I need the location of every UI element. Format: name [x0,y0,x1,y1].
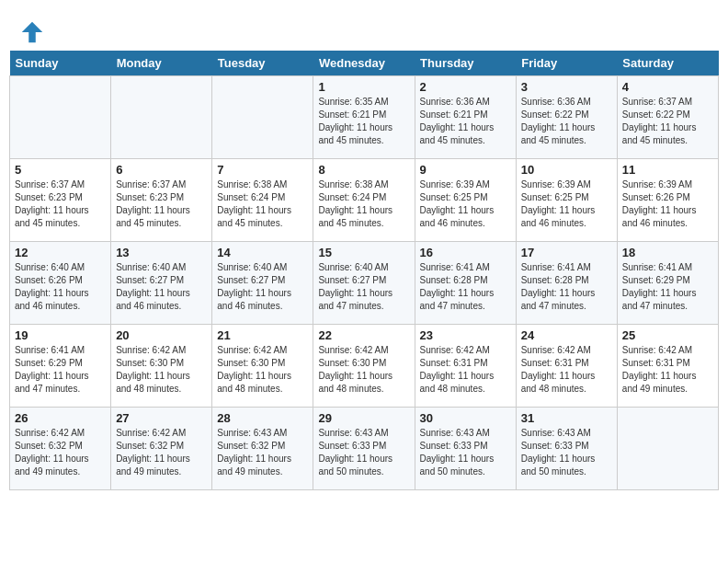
day-number: 18 [622,246,713,259]
day-number: 20 [116,328,207,342]
day-number: 28 [217,411,308,425]
calendar-week-row: 12Sunrise: 6:40 AM Sunset: 6:26 PM Dayli… [10,242,719,325]
weekday-header: Thursday [415,51,516,76]
day-info: Sunrise: 6:39 AM Sunset: 6:25 PM Dayligh… [521,178,612,230]
calendar-cell [617,408,718,490]
day-number: 25 [622,328,713,342]
calendar-cell: 5Sunrise: 6:37 AM Sunset: 6:23 PM Daylig… [10,159,111,242]
calendar-cell: 11Sunrise: 6:39 AM Sunset: 6:26 PM Dayli… [617,159,718,242]
calendar-cell: 25Sunrise: 6:42 AM Sunset: 6:31 PM Dayli… [617,325,718,408]
day-info: Sunrise: 6:42 AM Sunset: 6:30 PM Dayligh… [318,344,409,396]
day-number: 24 [521,328,612,342]
calendar-week-row: 1Sunrise: 6:35 AM Sunset: 6:21 PM Daylig… [10,76,719,159]
calendar-cell: 13Sunrise: 6:40 AM Sunset: 6:27 PM Dayli… [111,242,212,325]
calendar-cell: 14Sunrise: 6:40 AM Sunset: 6:27 PM Dayli… [212,242,313,325]
day-number: 13 [116,246,207,259]
weekday-header: Tuesday [212,51,313,76]
calendar-cell: 3Sunrise: 6:36 AM Sunset: 6:22 PM Daylig… [516,76,617,159]
calendar-cell: 6Sunrise: 6:37 AM Sunset: 6:23 PM Daylig… [111,159,212,242]
day-number: 16 [420,246,511,259]
day-info: Sunrise: 6:37 AM Sunset: 6:23 PM Dayligh… [116,178,207,230]
day-info: Sunrise: 6:42 AM Sunset: 6:31 PM Dayligh… [420,344,511,396]
page-header [9,9,719,51]
calendar-cell: 23Sunrise: 6:42 AM Sunset: 6:31 PM Dayli… [415,325,516,408]
day-info: Sunrise: 6:42 AM Sunset: 6:32 PM Dayligh… [116,427,207,478]
calendar-week-row: 5Sunrise: 6:37 AM Sunset: 6:23 PM Daylig… [10,159,719,242]
day-info: Sunrise: 6:42 AM Sunset: 6:30 PM Dayligh… [217,344,308,396]
svg-marker-0 [22,22,43,43]
day-number: 12 [15,246,106,259]
calendar-cell: 1Sunrise: 6:35 AM Sunset: 6:21 PM Daylig… [313,76,415,159]
day-number: 14 [217,246,308,259]
calendar-table: SundayMondayTuesdayWednesdayThursdayFrid… [9,51,719,490]
day-number: 15 [318,246,409,259]
calendar-cell: 30Sunrise: 6:43 AM Sunset: 6:33 PM Dayli… [415,408,516,490]
day-info: Sunrise: 6:36 AM Sunset: 6:22 PM Dayligh… [521,96,612,147]
day-info: Sunrise: 6:39 AM Sunset: 6:25 PM Dayligh… [420,178,511,230]
day-number: 17 [521,246,612,259]
day-number: 7 [217,163,308,177]
day-number: 3 [521,80,612,94]
weekday-header: Friday [516,51,617,76]
day-info: Sunrise: 6:37 AM Sunset: 6:22 PM Dayligh… [622,96,713,147]
day-number: 8 [318,163,409,177]
calendar-cell: 9Sunrise: 6:39 AM Sunset: 6:25 PM Daylig… [415,159,516,242]
calendar-cell: 12Sunrise: 6:40 AM Sunset: 6:26 PM Dayli… [10,242,111,325]
day-info: Sunrise: 6:42 AM Sunset: 6:30 PM Dayligh… [116,344,207,396]
day-info: Sunrise: 6:43 AM Sunset: 6:33 PM Dayligh… [318,427,409,478]
day-info: Sunrise: 6:41 AM Sunset: 6:29 PM Dayligh… [622,261,713,313]
calendar-cell: 7Sunrise: 6:38 AM Sunset: 6:24 PM Daylig… [212,159,313,242]
calendar-cell: 18Sunrise: 6:41 AM Sunset: 6:29 PM Dayli… [617,242,718,325]
day-info: Sunrise: 6:41 AM Sunset: 6:28 PM Dayligh… [420,261,511,313]
day-info: Sunrise: 6:42 AM Sunset: 6:31 PM Dayligh… [521,344,612,396]
calendar-cell: 2Sunrise: 6:36 AM Sunset: 6:21 PM Daylig… [415,76,516,159]
day-number: 4 [622,80,713,94]
calendar-body: 1Sunrise: 6:35 AM Sunset: 6:21 PM Daylig… [10,76,719,490]
logo [18,18,50,46]
calendar-week-row: 26Sunrise: 6:42 AM Sunset: 6:32 PM Dayli… [10,408,719,490]
day-number: 26 [15,411,106,425]
day-number: 5 [15,163,106,177]
day-number: 31 [521,411,612,425]
day-number: 27 [116,411,207,425]
day-info: Sunrise: 6:42 AM Sunset: 6:32 PM Dayligh… [15,427,106,478]
weekday-header: Saturday [617,51,718,76]
calendar-cell: 28Sunrise: 6:43 AM Sunset: 6:32 PM Dayli… [212,408,313,490]
calendar-cell: 26Sunrise: 6:42 AM Sunset: 6:32 PM Dayli… [10,408,111,490]
calendar-cell: 8Sunrise: 6:38 AM Sunset: 6:24 PM Daylig… [313,159,415,242]
day-info: Sunrise: 6:36 AM Sunset: 6:21 PM Dayligh… [420,96,511,147]
day-info: Sunrise: 6:43 AM Sunset: 6:33 PM Dayligh… [420,427,511,478]
day-number: 9 [420,163,511,177]
weekday-header: Wednesday [313,51,415,76]
calendar-cell: 4Sunrise: 6:37 AM Sunset: 6:22 PM Daylig… [617,76,718,159]
calendar-cell: 17Sunrise: 6:41 AM Sunset: 6:28 PM Dayli… [516,242,617,325]
logo-icon [18,18,46,46]
day-number: 30 [420,411,511,425]
day-number: 10 [521,163,612,177]
day-info: Sunrise: 6:42 AM Sunset: 6:31 PM Dayligh… [622,344,713,396]
calendar-cell: 10Sunrise: 6:39 AM Sunset: 6:25 PM Dayli… [516,159,617,242]
day-number: 22 [318,328,409,342]
day-info: Sunrise: 6:41 AM Sunset: 6:28 PM Dayligh… [521,261,612,313]
day-info: Sunrise: 6:40 AM Sunset: 6:27 PM Dayligh… [217,261,308,313]
day-number: 11 [622,163,713,177]
calendar-cell: 24Sunrise: 6:42 AM Sunset: 6:31 PM Dayli… [516,325,617,408]
calendar-header: SundayMondayTuesdayWednesdayThursdayFrid… [10,51,719,76]
day-info: Sunrise: 6:40 AM Sunset: 6:27 PM Dayligh… [116,261,207,313]
weekday-header: Sunday [10,51,111,76]
calendar-cell: 15Sunrise: 6:40 AM Sunset: 6:27 PM Dayli… [313,242,415,325]
day-number: 21 [217,328,308,342]
calendar-cell [212,76,313,159]
day-number: 23 [420,328,511,342]
day-info: Sunrise: 6:40 AM Sunset: 6:26 PM Dayligh… [15,261,106,313]
calendar-cell: 16Sunrise: 6:41 AM Sunset: 6:28 PM Dayli… [415,242,516,325]
weekday-header: Monday [111,51,212,76]
day-number: 19 [15,328,106,342]
day-info: Sunrise: 6:40 AM Sunset: 6:27 PM Dayligh… [318,261,409,313]
day-info: Sunrise: 6:41 AM Sunset: 6:29 PM Dayligh… [15,344,106,396]
day-number: 2 [420,80,511,94]
calendar-cell: 21Sunrise: 6:42 AM Sunset: 6:30 PM Dayli… [212,325,313,408]
calendar-cell: 29Sunrise: 6:43 AM Sunset: 6:33 PM Dayli… [313,408,415,490]
calendar-week-row: 19Sunrise: 6:41 AM Sunset: 6:29 PM Dayli… [10,325,719,408]
calendar-cell: 31Sunrise: 6:43 AM Sunset: 6:33 PM Dayli… [516,408,617,490]
